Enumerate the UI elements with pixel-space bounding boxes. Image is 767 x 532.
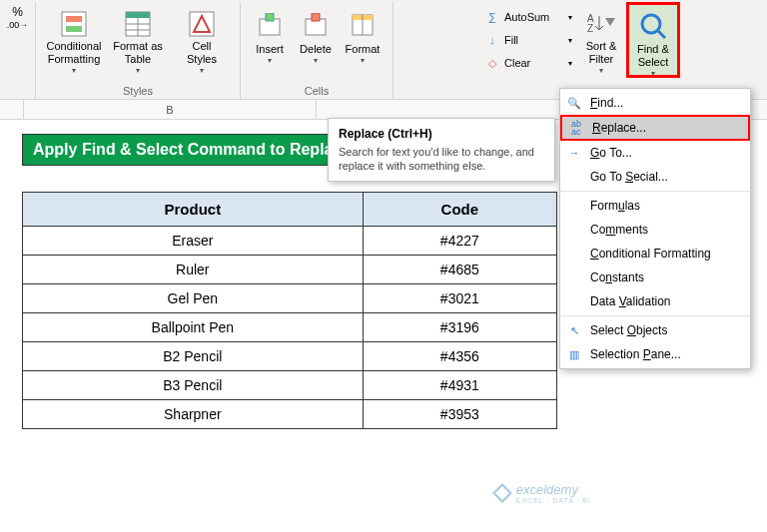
ribbon: % .00→ ConditionalFormatting ▾ Format as… — [0, 0, 767, 100]
chevron-down-icon: ▾ — [72, 66, 76, 75]
search-icon: 🔍 — [564, 95, 584, 111]
number-format-icon[interactable]: % — [10, 6, 26, 18]
table-row[interactable]: Ballpoint Pen#3196 — [23, 313, 557, 342]
insert-button[interactable]: Insert ▾ — [247, 2, 293, 78]
cell-code[interactable]: #3953 — [363, 400, 556, 429]
chevron-down-icon: ▾ — [314, 56, 318, 65]
chevron-down-icon: ▾ — [651, 69, 655, 78]
chevron-down-icon: ▾ — [599, 66, 603, 75]
delete-cells-icon — [300, 9, 332, 41]
pane-icon: ▥ — [564, 346, 584, 362]
table-row[interactable]: Ruler#4685 — [23, 256, 557, 284]
menu-comments[interactable]: Comments — [560, 218, 750, 242]
format-button[interactable]: Format ▾ — [339, 2, 386, 78]
menu-formulas[interactable]: Formulas — [560, 194, 750, 218]
styles-group-label: Styles — [42, 83, 234, 99]
chevron-down-icon: ▾ — [361, 56, 365, 65]
cell-code[interactable]: #3021 — [363, 284, 556, 313]
tooltip-title: Replace (Ctrl+H) — [339, 127, 544, 141]
svg-text:Z: Z — [587, 23, 593, 34]
conditional-formatting-button[interactable]: ConditionalFormatting ▾ — [42, 2, 106, 78]
clear-button[interactable]: ◇ Clear ▾ — [480, 52, 576, 74]
table-row[interactable]: B2 Pencil#4356 — [23, 342, 557, 371]
column-header-b[interactable]: B — [24, 100, 317, 119]
table-row[interactable]: Gel Pen#3021 — [23, 284, 557, 313]
chevron-down-icon: ▾ — [136, 66, 140, 75]
fill-down-icon: ↓ — [484, 34, 500, 46]
eraser-icon: ◇ — [484, 57, 500, 69]
replace-icon: abac — [566, 120, 586, 136]
magnifier-icon — [637, 11, 669, 41]
menu-goto-special[interactable]: Go To Secial... — [560, 165, 750, 189]
chevron-down-icon: ▾ — [200, 66, 204, 75]
cells-group-label: Cells — [247, 83, 386, 99]
find-select-menu: 🔍 Find... abac Replace... → Go To... Go … — [559, 88, 751, 369]
svg-rect-1 — [66, 16, 82, 22]
svg-line-19 — [658, 31, 665, 38]
cells-group: Insert ▾ Delete ▾ Format ▾ Cells — [241, 2, 393, 99]
menu-data-validation[interactable]: Data Validation — [560, 289, 750, 313]
cell-product[interactable]: Ballpoint Pen — [23, 313, 364, 342]
table-row[interactable]: Eraser#4227 — [23, 227, 557, 256]
watermark: exceldemy EXCEL · DATA · BI — [492, 482, 591, 504]
replace-tooltip: Replace (Ctrl+H) Search for text you'd l… — [328, 118, 555, 182]
chevron-down-icon: ▾ — [568, 36, 572, 45]
fill-button[interactable]: ↓ Fill ▾ — [480, 29, 576, 51]
svg-rect-10 — [266, 13, 274, 21]
svg-rect-4 — [126, 12, 150, 18]
insert-cells-icon — [254, 9, 286, 41]
cell-code[interactable]: #3196 — [363, 313, 556, 342]
col-product: Product — [23, 193, 364, 227]
menu-goto[interactable]: → Go To... — [560, 141, 750, 165]
cell-code[interactable]: #4931 — [363, 371, 556, 400]
styles-group: ConditionalFormatting ▾ Format asTable ▾… — [36, 2, 241, 99]
format-cells-icon — [347, 9, 379, 41]
cell-code[interactable]: #4356 — [363, 342, 556, 371]
col-code: Code — [363, 193, 556, 227]
svg-rect-12 — [312, 13, 320, 21]
chevron-down-icon: ▾ — [568, 59, 572, 68]
editing-group: ∑ AutoSum ▾ ↓ Fill ▾ ◇ Clear ▾ AZ — [393, 2, 767, 99]
table-row[interactable]: Sharpner#3953 — [23, 400, 557, 429]
sort-filter-button[interactable]: AZ Sort &Filter ▾ — [576, 2, 626, 78]
chevron-down-icon: ▾ — [568, 13, 572, 22]
goto-icon: → — [564, 145, 584, 161]
conditional-formatting-icon — [58, 9, 90, 38]
svg-rect-2 — [66, 26, 82, 32]
tooltip-body: Search for text you'd like to change, an… — [339, 145, 544, 173]
cell-code[interactable]: #4227 — [363, 227, 556, 256]
svg-rect-21 — [493, 485, 510, 502]
cell-product[interactable]: Sharpner — [23, 400, 364, 429]
menu-replace[interactable]: abac Replace... — [560, 115, 750, 141]
chevron-down-icon: ▾ — [268, 56, 272, 65]
delete-button[interactable]: Delete ▾ — [293, 2, 339, 78]
data-table: Product Code Eraser#4227Ruler#4685Gel Pe… — [22, 192, 557, 429]
svg-point-18 — [642, 15, 660, 33]
cell-product[interactable]: B2 Pencil — [23, 342, 364, 371]
cell-styles-icon — [186, 9, 218, 38]
menu-select-objects[interactable]: ↖ Select Objects — [560, 318, 750, 342]
cursor-icon: ↖ — [564, 322, 584, 338]
cell-styles-button[interactable]: CellStyles ▾ — [170, 2, 234, 78]
format-as-table-button[interactable]: Format asTable ▾ — [106, 2, 170, 78]
increase-decimal-icon[interactable]: .00→ — [10, 19, 26, 31]
sort-filter-icon: AZ — [585, 9, 617, 38]
cell-product[interactable]: Ruler — [23, 256, 364, 284]
cell-product[interactable]: B3 Pencil — [23, 371, 364, 400]
cell-product[interactable]: Eraser — [23, 227, 364, 256]
menu-constants[interactable]: Constants — [560, 266, 750, 289]
menu-selection-pane[interactable]: ▥ Selection Pane... — [560, 342, 750, 366]
cell-product[interactable]: Gel Pen — [23, 284, 364, 313]
find-select-button[interactable]: Find &Select ▾ — [626, 2, 680, 78]
menu-find[interactable]: 🔍 Find... — [560, 91, 750, 115]
sigma-icon: ∑ — [484, 11, 500, 23]
autosum-button[interactable]: ∑ AutoSum ▾ — [480, 6, 576, 28]
number-group: % .00→ — [0, 2, 36, 99]
table-row[interactable]: B3 Pencil#4931 — [23, 371, 557, 400]
cell-code[interactable]: #4685 — [363, 256, 556, 284]
svg-rect-0 — [62, 12, 86, 36]
menu-conditional-formatting[interactable]: Conditional Formatting — [560, 242, 750, 266]
format-as-table-icon — [122, 9, 154, 38]
